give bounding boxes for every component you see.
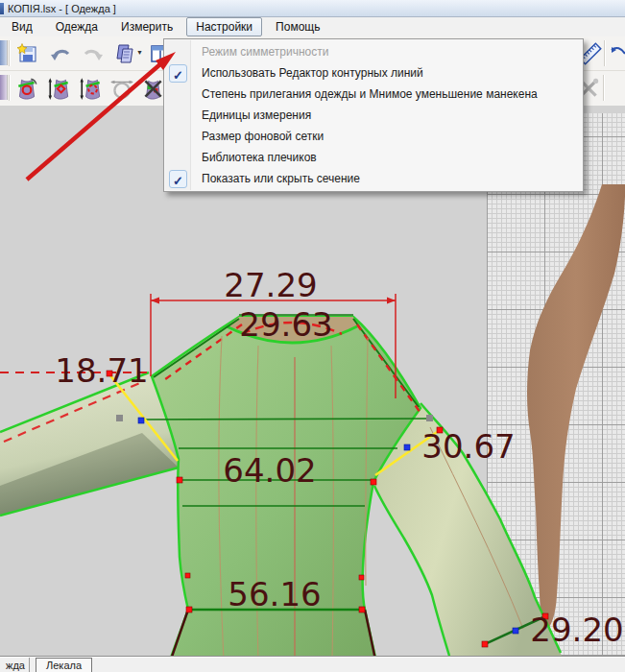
dropdown-caret-icon[interactable]: ▼	[136, 49, 143, 56]
window-title: КОПІЯ.lsx - [ Одежда ]	[8, 3, 116, 14]
measure-height-button[interactable]	[45, 74, 74, 103]
measurement-top-width: 27.29	[224, 266, 317, 304]
toolbar-separator	[9, 75, 11, 101]
measurement-right-upper-arm: 30.67	[421, 427, 515, 466]
sheet-tab-bar: жда Лекала	[0, 657, 625, 672]
application-window: КОПІЯ.lsx - [ Одежда ] Вид Одежда Измери…	[0, 0, 625, 672]
measurement-neck-width: 29.63	[239, 305, 332, 344]
measurement-left-shoulder: 18.71	[55, 351, 148, 390]
measure-circumference-button[interactable]	[108, 74, 136, 103]
checkbox: ✓	[169, 64, 187, 83]
tab-lekala[interactable]: Лекала	[36, 658, 92, 672]
tab-label: Лекала	[46, 660, 82, 671]
menu-odezhda[interactable]: Одежда	[46, 17, 108, 36]
measure-girth-icon	[14, 76, 39, 101]
mannequin-bare-arm	[527, 184, 625, 631]
measurement-right-sleeve: 29.20	[530, 611, 623, 649]
menu-item-contour-editor[interactable]: ✓ Использовать Редактор контурных линий	[165, 62, 582, 84]
copy-pages-icon	[112, 42, 135, 65]
menu-item-shoulder-pads[interactable]: Библиотека плечиков	[165, 147, 582, 168]
check-icon: ✓	[173, 68, 183, 83]
app-icon	[0, 3, 4, 14]
title-bar: КОПІЯ.lsx - [ Одежда ]	[0, 0, 625, 17]
toolbar-separator	[603, 75, 605, 101]
save-star-icon	[15, 42, 38, 65]
tab-label: жда	[6, 660, 25, 671]
menu-vid[interactable]: Вид	[2, 17, 42, 36]
partial-icon	[0, 75, 8, 100]
undo-button[interactable]	[46, 39, 75, 68]
settings-dropdown-menu: Режим симметричности ✓ Использовать Реда…	[163, 38, 584, 192]
partial-curve-button[interactable]	[609, 39, 625, 68]
redo-button[interactable]	[79, 39, 108, 68]
menu-item-label: Библиотека плечиков	[202, 151, 317, 164]
menu-item-label: Режим симметричности	[202, 45, 328, 59]
undo-icon	[49, 42, 72, 65]
menu-item-symmetry-mode[interactable]: Режим симметричности	[165, 41, 582, 62]
checkbox: ✓	[169, 170, 187, 188]
menu-izmerit[interactable]: Измерить	[111, 17, 182, 36]
measure-height-girth-icon	[79, 76, 104, 101]
menu-item-grid-size[interactable]: Размер фоновой сетки	[165, 126, 582, 147]
menu-item-label: Степень прилегания одежды и Мнимое умень…	[202, 87, 538, 101]
menu-item-label: Использовать Редактор контурных линий	[202, 66, 423, 80]
menu-item-toggle-section[interactable]: ✓ Показать или скрыть сечение	[165, 168, 582, 189]
measurement-chest-girth: 64.02	[223, 451, 316, 490]
toolbar-separator	[9, 40, 11, 66]
menu-item-units[interactable]: Единицы измерения	[165, 105, 582, 126]
tab-odezhda-partial[interactable]: жда	[0, 658, 30, 672]
curve-icon-partial	[611, 42, 625, 65]
mannequin-delete-icon	[140, 76, 165, 101]
menu-item-fit-degree[interactable]: Степень прилегания одежды и Мнимое умень…	[165, 84, 582, 105]
measure-height-girth-button[interactable]	[77, 74, 106, 103]
menu-item-label: Единицы измерения	[202, 108, 311, 122]
circumference-icon	[109, 76, 134, 101]
measure-girth-button[interactable]	[12, 74, 41, 103]
menu-bar: Вид Одежда Измерить Настройки Помощь	[0, 17, 625, 37]
measure-height-icon	[47, 76, 72, 101]
partial-icon	[0, 40, 8, 65]
copy-pages-button[interactable]	[109, 39, 138, 68]
menu-item-label: Показать или скрыть сечение	[202, 172, 360, 185]
menu-nastroyki[interactable]: Настройки	[186, 17, 262, 36]
menu-item-label: Размер фоновой сетки	[202, 130, 324, 143]
save-special-button[interactable]	[12, 39, 41, 68]
redo-icon	[82, 42, 105, 65]
menu-pomosch[interactable]: Помощь	[266, 17, 329, 36]
measurement-hip-width: 56.16	[228, 575, 321, 613]
check-icon: ✓	[173, 174, 183, 188]
